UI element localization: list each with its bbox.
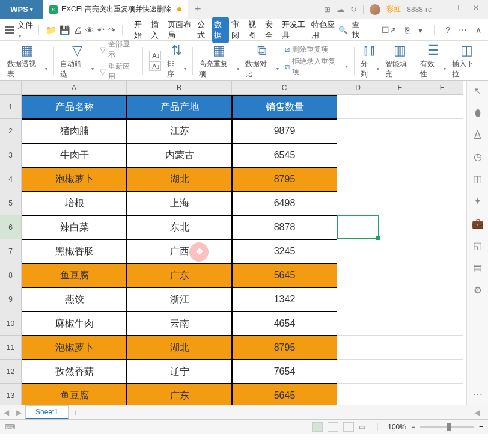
zoom-in-button[interactable]: + [479,423,483,431]
table-cell[interactable]: 辽宁 [127,360,232,384]
table-cell[interactable]: 内蒙古 [127,143,232,167]
highlight-duplicates-button[interactable]: ▦高亮重复项▾ [199,42,239,79]
sort-asc-button[interactable]: A↓ [149,51,161,60]
layers-icon[interactable]: ◱ [473,240,482,251]
table-cell[interactable]: 5645 [232,263,337,287]
table-cell[interactable]: 鱼豆腐 [22,384,127,405]
table-cell[interactable]: 4654 [232,311,337,336]
row-header-9[interactable]: 9 [0,287,22,311]
split-column-button[interactable]: ⫿⫿分列▾ [361,42,380,79]
search-label[interactable]: 查找 [352,20,360,40]
options-icon[interactable]: ⋯ [457,25,469,35]
normal-view-button[interactable] [312,422,323,432]
empty-cell[interactable] [421,95,463,119]
empty-cell[interactable] [379,263,421,287]
grid-icon[interactable]: ⊞ [324,5,331,14]
add-sheet-button[interactable]: + [69,408,83,417]
row-header-6[interactable]: 6 [0,215,22,239]
row-header-4[interactable]: 4 [0,167,22,191]
table-cell[interactable]: 7654 [232,360,337,384]
auto-filter-button[interactable]: ▽自动筛选▾ [60,42,93,79]
menu-tab-7[interactable]: 安全 [263,17,279,43]
empty-cell[interactable] [379,119,421,143]
table-cell[interactable]: 孜然香菇 [22,360,127,384]
avatar[interactable] [370,4,380,15]
sort-button[interactable]: ⇅排序▾ [167,42,186,79]
reject-duplicates-button[interactable]: ⧄拒绝录入重复项▾ [285,57,348,77]
table-cell[interactable]: 燕饺 [22,287,127,311]
undo-icon[interactable]: ↶ [96,25,106,35]
menu-tab-5[interactable]: 审阅 [230,17,246,43]
table-cell[interactable]: 黑椒香肠 [22,239,127,263]
reapply-button[interactable]: ▽重新应用 [100,61,136,82]
row-header-11[interactable]: 11 [0,336,22,360]
column-header-B[interactable]: B [127,81,232,95]
row-header-5[interactable]: 5 [0,191,22,215]
row-header-2[interactable]: 2 [0,119,22,143]
menu-tab-9[interactable]: 特色应用 [310,17,338,43]
empty-cell[interactable] [421,311,463,336]
page-layout-view-button[interactable] [343,422,354,432]
collapse-ribbon-icon[interactable]: ∧ [474,25,483,35]
more-tools-icon[interactable]: ⋯ [473,388,483,400]
insert-dropdown-button[interactable]: ◫插入下拉 [452,42,481,79]
column-header-A[interactable]: A [22,81,127,95]
table-cell[interactable]: 浙江 [127,287,232,311]
select-all-corner[interactable] [0,81,22,95]
chart-icon[interactable]: ◫ [473,173,482,185]
empty-cell[interactable] [337,143,379,167]
table-cell[interactable]: 牛肉干 [22,143,127,167]
empty-cell[interactable] [421,239,463,263]
table-cell[interactable]: 猪肉脯 [22,119,127,143]
empty-cell[interactable] [379,287,421,311]
empty-cell[interactable] [379,95,421,119]
empty-cell[interactable] [421,287,463,311]
more-icon[interactable]: ⎘ [403,25,412,35]
keyboard-icon[interactable]: ⌨ [5,423,15,431]
document-tab[interactable]: S EXCEL高亮突出重复项并快速删除 [43,0,188,19]
table-cell[interactable]: 8795 [232,167,337,191]
table-cell[interactable]: 泡椒萝卜 [22,336,127,360]
table-cell[interactable]: 鱼豆腐 [22,263,127,287]
empty-cell[interactable] [421,384,463,405]
table-cell[interactable]: 广东 [127,263,232,287]
pagebreak-view-button[interactable] [328,422,338,432]
sheet-next-button[interactable]: ▶ [13,408,25,417]
empty-cell[interactable] [379,384,421,405]
sheet-prev-button[interactable]: ◀ [0,408,13,417]
table-cell[interactable]: 江苏 [127,119,232,143]
table-cell[interactable]: 上海 [127,191,232,215]
pivot-table-button[interactable]: ▦数据透视表▾ [7,42,47,79]
table-cell[interactable]: 云南 [127,311,232,336]
empty-cell[interactable] [379,167,421,191]
empty-cell[interactable] [379,143,421,167]
table-cell[interactable]: 8795 [232,336,337,360]
share-icon[interactable]: ☐↗ [380,25,398,35]
row-header-1[interactable]: 1 [0,95,22,119]
column-header-E[interactable]: E [379,81,421,95]
table-cell[interactable]: 1342 [232,287,337,311]
table-cell[interactable]: 湖北 [127,167,232,191]
table-cell[interactable]: 广东 [127,384,232,405]
table-header-cell[interactable]: 销售数量 [232,95,337,119]
wps-logo[interactable]: WPS▾ [0,0,43,19]
table-header-cell[interactable]: 产品名称 [22,95,127,119]
help-icon[interactable]: ? [444,25,452,35]
empty-cell[interactable] [337,384,379,405]
zoom-level[interactable]: 100% [388,423,406,431]
note-icon[interactable]: ▤ [473,262,482,274]
table-cell[interactable]: 6545 [232,143,337,167]
font-tool-icon[interactable]: A [474,129,481,140]
cloud-icon[interactable]: ☁ [337,5,344,14]
refresh-icon[interactable]: ↻ [350,5,357,14]
empty-cell[interactable] [421,360,463,384]
menu-tab-4[interactable]: 数据 [212,17,228,43]
open-icon[interactable]: 📁 [44,25,58,35]
row-header-7[interactable]: 7 [0,239,22,263]
clock-icon[interactable]: ◷ [474,151,482,162]
empty-cell[interactable] [337,263,379,287]
preview-icon[interactable]: 👁 [84,25,96,35]
reading-view-icon[interactable]: ▭ [359,423,365,431]
table-cell[interactable]: 培根 [22,191,127,215]
maximize-button[interactable]: ☐ [453,4,468,16]
